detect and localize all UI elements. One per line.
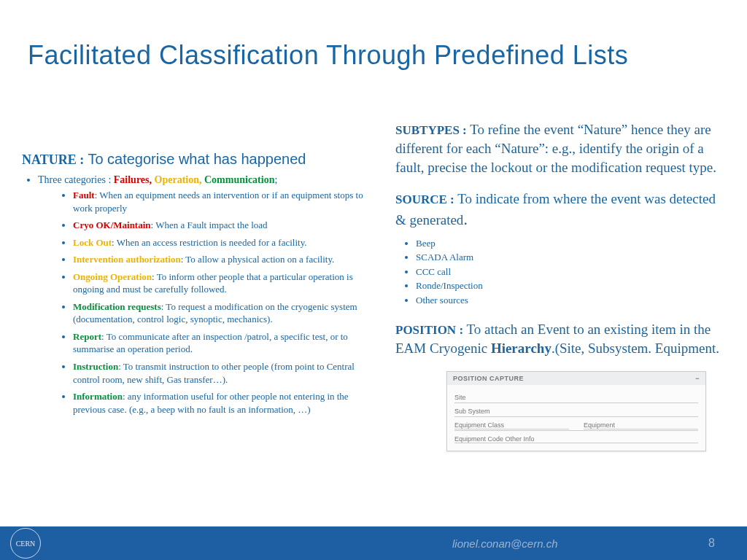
source-para: SOURCE : To indicate from where the even… <box>395 190 722 230</box>
footer: CERN lionel.conan@cern.ch 8 <box>0 526 747 560</box>
cat-failures: Failures, <box>114 174 152 185</box>
posbox-header: POSITION CAPTURE − <box>447 372 705 385</box>
source-list: Beep SCADA Alarm CCC call Ronde/Inspecti… <box>416 236 722 308</box>
cats-lead: Three categories : <box>38 174 111 185</box>
posbox-row-site: Site <box>454 389 698 403</box>
right-column: SUBTYPES : To refine the event “Nature” … <box>395 120 722 451</box>
item-modification: Modification requests: To request a modi… <box>73 300 372 326</box>
src-beep: Beep <box>416 236 722 251</box>
categories-line: Three categories : Failures, Operation, … <box>38 174 372 416</box>
posbox-row-subsystem: Sub System <box>454 403 698 417</box>
item-report: Report: To communicate after an inspecti… <box>73 330 372 356</box>
position-desc-b: .(Site, Subsystem. Equipment. <box>551 341 719 356</box>
left-column: NATURE : To categorise what has happened… <box>22 120 372 451</box>
cat-communication: Communication <box>204 174 274 185</box>
cat-operation: Operation, <box>155 174 202 185</box>
posbox-row-code: Equipment Code Other Info <box>454 431 698 445</box>
content: NATURE : To categorise what has happened… <box>22 120 722 451</box>
posbox-row-equipment: Equipment Class Equipment <box>454 417 698 431</box>
item-cryo: Cryo OK/Maintain: When a Fault impact th… <box>73 219 372 232</box>
item-lockout: Lock Out: When an access restriction is … <box>73 236 372 249</box>
posbox-body: Site Sub System Equipment Class Equipmen… <box>447 385 705 451</box>
nature-items: Fault: When an equipment needs an interv… <box>73 189 372 416</box>
minus-icon: − <box>695 375 700 382</box>
src-ccc: CCC call <box>416 265 722 279</box>
cern-logo-icon: CERN <box>10 528 41 559</box>
posbox-title: POSITION CAPTURE <box>453 375 524 382</box>
item-intervention: Intervention authorization: To allow a p… <box>73 253 372 266</box>
item-instruction: Instruction: To transmit instruction to … <box>73 360 372 386</box>
position-label: POSITION : <box>395 323 463 337</box>
src-ronde: Ronde/Inspection <box>416 279 722 293</box>
subtypes-label: SUBTYPES : <box>395 123 467 137</box>
position-capture-box: POSITION CAPTURE − Site Sub System Equip… <box>446 371 706 451</box>
slide-title: Facilitated Classification Through Prede… <box>28 40 628 71</box>
item-ongoing: Ongoing Operation: To inform other peopl… <box>73 271 372 296</box>
nature-list: Three categories : Failures, Operation, … <box>38 174 372 416</box>
position-hier: Hierarchy <box>491 341 551 356</box>
src-other: Other sources <box>416 293 722 308</box>
subtypes-para: SUBTYPES : To refine the event “Nature” … <box>395 120 722 176</box>
nature-label: NATURE : <box>22 152 84 167</box>
source-label: SOURCE : <box>395 192 454 206</box>
position-para: POSITION : To attach an Event to an exis… <box>395 320 722 358</box>
src-scada: SCADA Alarm <box>416 250 722 265</box>
item-information: Information: any information useful for … <box>73 390 372 416</box>
slide: Facilitated Classification Through Prede… <box>0 0 747 560</box>
nature-heading: NATURE : To categorise what has happened <box>22 149 372 169</box>
footer-email: lionel.conan@cern.ch <box>452 537 557 550</box>
nature-desc: To categorise what has happened <box>88 151 306 167</box>
page-number: 8 <box>708 537 715 550</box>
item-fault: Fault: When an equipment needs an interv… <box>73 189 372 214</box>
